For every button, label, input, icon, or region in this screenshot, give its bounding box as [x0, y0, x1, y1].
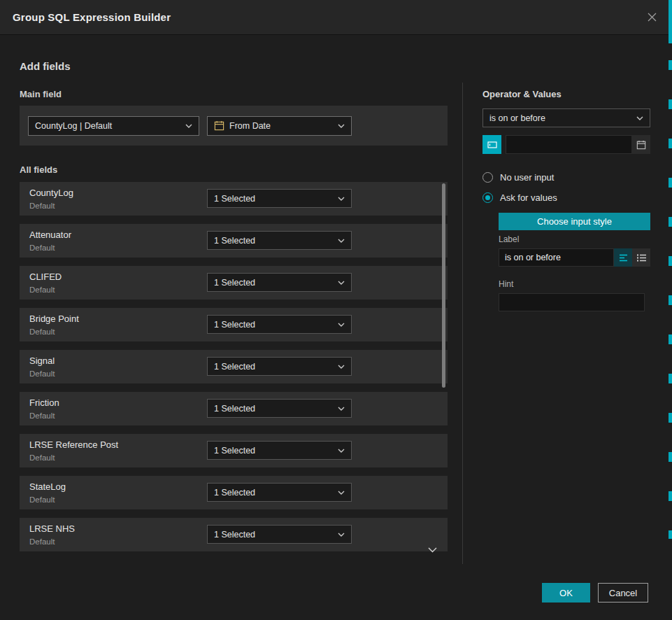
date-value-input[interactable] [506, 135, 631, 154]
field-values-select[interactable]: 1 Selected [207, 399, 352, 418]
field-values-select[interactable]: 1 Selected [207, 273, 352, 292]
no-user-input-radio[interactable]: No user input [482, 171, 554, 183]
bulleted-list-icon [637, 254, 646, 262]
chevron-down-icon [338, 197, 345, 201]
field-row-countylog: CountyLog Default 1 Selected [20, 182, 448, 216]
field-values-select-value: 1 Selected [214, 530, 333, 540]
ask-for-values-radio[interactable]: Ask for values [482, 191, 557, 204]
operator-select-value: is on or before [489, 113, 631, 123]
hint-caption: Hint [499, 279, 513, 289]
field-values-select[interactable]: 1 Selected [207, 441, 352, 460]
panel-divider [462, 83, 463, 564]
chevron-down-icon [338, 323, 345, 327]
chevron-down-icon [338, 239, 345, 243]
field-row-lrse-reference-post: LRSE Reference Post Default 1 Selected [20, 434, 448, 467]
field-row-bridge-point: Bridge Point Default 1 Selected [20, 308, 448, 341]
field-values-select[interactable]: 1 Selected [207, 525, 352, 544]
field-values-select-value: 1 Selected [214, 404, 333, 414]
calendar-icon [636, 140, 646, 150]
label-input-row [499, 248, 650, 267]
operator-values-panel: Operator & Values is on or before No use… [482, 0, 650, 620]
field-values-select-value: 1 Selected [214, 446, 333, 456]
input-mode-button[interactable] [482, 135, 501, 154]
background-accent-strip [669, 0, 672, 620]
field-values-select-value: 1 Selected [214, 278, 333, 288]
operator-values-heading: Operator & Values [482, 89, 562, 99]
no-user-input-label: No user input [500, 172, 554, 183]
field-values-select-value: 1 Selected [214, 488, 333, 498]
hint-input[interactable] [499, 293, 645, 311]
date-picker-button[interactable] [631, 135, 650, 154]
field-values-select-value: 1 Selected [214, 362, 333, 372]
field-values-select[interactable]: 1 Selected [207, 483, 352, 502]
field-values-select[interactable]: 1 Selected [207, 231, 352, 250]
field-row-signal: Signal Default 1 Selected [20, 350, 448, 383]
label-caption: Label [499, 234, 519, 244]
choose-input-style-button[interactable]: Choose input style [499, 213, 650, 230]
field-values-select-value: 1 Selected [214, 236, 333, 246]
chevron-down-icon [338, 281, 345, 285]
dialog-title: Group SQL Expression Builder [13, 11, 171, 23]
main-field-panel: CountyLog | Default From Date [20, 106, 448, 146]
label-style-single-button[interactable] [614, 248, 632, 267]
field-values-select[interactable]: 1 Selected [207, 189, 352, 208]
all-fields-label: All fields [20, 164, 57, 175]
cancel-button[interactable]: Cancel [598, 583, 648, 603]
field-values-select-value: 1 Selected [214, 320, 333, 330]
field-row-attenuator: Attenuator Default 1 Selected [20, 224, 448, 258]
chevron-down-icon [338, 491, 345, 495]
add-fields-heading: Add fields [20, 60, 71, 72]
scrollbar-thumb[interactable] [442, 183, 445, 388]
field-values-select[interactable]: 1 Selected [207, 357, 352, 376]
field-values-select-value: 1 Selected [214, 194, 333, 204]
main-field-label: Main field [20, 89, 62, 99]
radio-unchecked-icon [482, 172, 493, 183]
field-row-lrse-nhs: LRSE NHS Default 1 Selected [20, 518, 448, 551]
field-row-statelog: StateLog Default 1 Selected [20, 476, 448, 509]
chevron-down-icon [636, 116, 643, 120]
field-row-friction: Friction Default 1 Selected [20, 392, 448, 425]
calendar-icon [214, 120, 224, 131]
field-values-select[interactable]: 1 Selected [207, 315, 352, 334]
date-value-row [482, 135, 650, 154]
accent-segments [669, 60, 672, 539]
ok-button[interactable]: OK [542, 583, 590, 603]
main-field-select[interactable]: From Date [207, 116, 352, 136]
field-row-clifed: CLIFED Default 1 Selected [20, 266, 448, 300]
accent-segment [669, 0, 672, 43]
align-left-icon [619, 254, 628, 262]
group-sql-expression-builder-dialog: Group SQL Expression Builder Add fields … [0, 0, 672, 620]
chevron-down-icon [185, 124, 192, 128]
label-input[interactable] [499, 248, 614, 267]
chevron-down-icon [338, 449, 345, 453]
chevron-down-icon [338, 365, 345, 369]
layer-select[interactable]: CountyLog | Default [28, 116, 199, 136]
chevron-down-icon [338, 533, 345, 537]
label-style-list-button[interactable] [632, 248, 650, 267]
layer-select-value: CountyLog | Default [35, 121, 180, 131]
chevron-down-icon [338, 124, 345, 128]
all-fields-list: CountyLog Default 1 Selected Attenuator … [20, 182, 448, 560]
operator-select[interactable]: is on or before [482, 108, 650, 127]
radio-checked-icon [482, 192, 493, 203]
main-field-select-value: From Date [229, 121, 333, 131]
chevron-down-icon [338, 407, 345, 411]
input-field-icon [487, 140, 497, 150]
list-scrollbar[interactable] [442, 182, 445, 554]
scroll-down-icon[interactable] [428, 547, 437, 553]
ask-for-values-label: Ask for values [500, 192, 557, 203]
